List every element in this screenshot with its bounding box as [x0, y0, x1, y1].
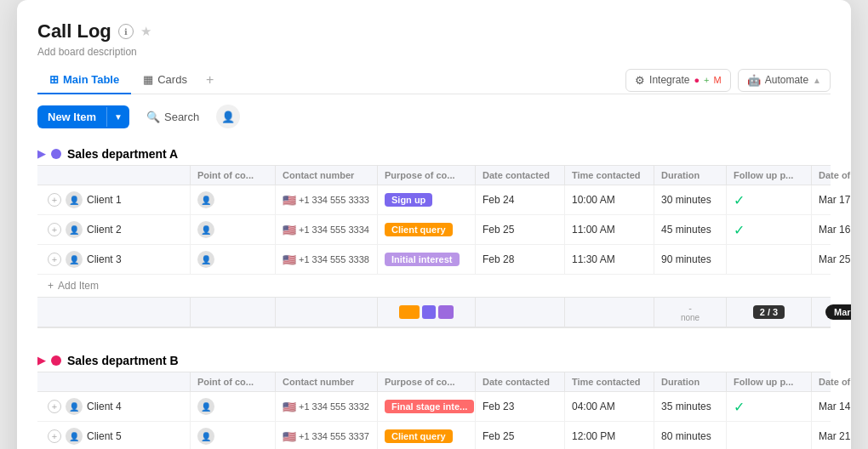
phone-number: +1 334 555 3332	[299, 401, 369, 412]
row-name-text: Client 2	[87, 224, 122, 236]
summary-a-count: 2 / 3	[753, 305, 785, 319]
col-duration: Duration	[654, 166, 727, 185]
row-name-text: Client 3	[87, 253, 122, 265]
cell-date-follow-up: Mar 17, 1...	[812, 185, 851, 214]
cell-time-contacted: 11:00 AM	[565, 215, 654, 244]
flag-icon: 🇺🇸	[283, 253, 296, 266]
cards-icon: ▦	[143, 73, 153, 86]
summary-a-date	[476, 298, 565, 327]
summary-a-date-range-badge: Mar 16 - 25	[825, 304, 851, 320]
cell-poc: 👤	[191, 422, 276, 449]
search-icon: 🔍	[146, 111, 160, 123]
summary-a-bars	[399, 305, 454, 319]
col-name	[37, 166, 191, 185]
row-avatar: 👤	[66, 398, 83, 415]
col-b-time: Time contacted	[565, 372, 654, 391]
purpose-badge: Sign up	[385, 193, 432, 207]
board-description[interactable]: Add board description	[37, 46, 831, 58]
add-tab-button[interactable]: +	[199, 66, 220, 94]
tab-right-actions: ⚙ Integrate ● + M 🤖 Automate ▲	[625, 69, 831, 92]
summary-a-followup: 2 / 3	[727, 298, 812, 327]
cell-contact: 🇺🇸+1 334 555 3337	[276, 422, 378, 449]
cell-date-contacted: Feb 23	[476, 392, 565, 421]
integrate-icon: ⚙	[635, 74, 645, 87]
col-purpose: Purpose of co...	[378, 166, 476, 185]
cell-name: + 👤 Client 5	[37, 422, 191, 449]
cell-purpose: Final stage inte...	[378, 392, 476, 421]
cell-date-follow-up: Mar 21	[812, 422, 851, 449]
group-a-title: Sales department A	[67, 147, 178, 161]
cell-contact: 🇺🇸+1 334 555 3334	[276, 215, 378, 244]
star-icon[interactable]: ★	[139, 24, 154, 39]
row-add-icon[interactable]: +	[48, 429, 61, 443]
tab-main-table[interactable]: ⊞ Main Table	[37, 67, 131, 94]
row-add-icon[interactable]: +	[48, 193, 61, 207]
cell-poc: 👤	[191, 215, 276, 244]
person-filter-icon[interactable]: 👤	[216, 105, 240, 128]
new-item-dropdown-arrow[interactable]: ▼	[106, 107, 129, 127]
cell-time-contacted: 04:00 AM	[565, 392, 654, 421]
col-date-contacted: Date contacted	[476, 166, 565, 185]
group-a-add-item[interactable]: + Add Item	[37, 275, 831, 297]
cell-follow-up	[727, 245, 812, 274]
row-add-icon[interactable]: +	[48, 223, 61, 236]
cell-purpose: Client query	[378, 422, 476, 449]
info-icon[interactable]: ℹ	[118, 24, 134, 39]
group-a-color-dot	[51, 149, 61, 159]
cell-follow-up: ✓	[727, 392, 812, 421]
group-a-toggle-icon: ▶	[37, 148, 45, 160]
row-add-icon[interactable]: +	[48, 253, 61, 266]
group-a-rows: + 👤 Client 1 👤🇺🇸+1 334 555 3333Sign upFe…	[37, 185, 831, 275]
add-icon-a: +	[48, 280, 54, 292]
cell-date-follow-up: Mar 16, 1...	[812, 215, 851, 244]
toolbar-row: New Item ▼ 🔍 Search 👤	[37, 105, 831, 128]
purpose-badge: Client query	[385, 429, 453, 443]
cell-purpose: Client query	[378, 215, 476, 244]
cell-purpose: Sign up	[378, 185, 476, 214]
new-item-button[interactable]: New Item ▼	[37, 105, 129, 128]
summary-a-poc	[191, 298, 276, 327]
cell-contact: 🇺🇸+1 334 555 3333	[276, 185, 378, 214]
automate-button[interactable]: 🤖 Automate ▲	[738, 69, 831, 92]
group-b-col-headers: Point of co... Contact number Purpose of…	[37, 372, 831, 392]
cell-poc: 👤	[191, 185, 276, 214]
page-title: Call Log	[37, 20, 111, 43]
col-time-contacted: Time contacted	[565, 166, 654, 185]
group-sales-b: ▶ Sales department B Point of co... Cont…	[37, 347, 831, 449]
row-name-text: Client 5	[87, 430, 122, 442]
phone-number: +1 334 555 3338	[299, 254, 369, 264]
col-contact-number: Contact number	[276, 166, 378, 185]
table-row: + 👤 Client 4 👤🇺🇸+1 334 555 3332Final sta…	[37, 392, 831, 422]
cell-poc: 👤	[191, 245, 276, 274]
cell-poc: 👤	[191, 392, 276, 421]
title-icons: ℹ ★	[118, 24, 154, 39]
main-window: Call Log ℹ ★ Add board description ⊞ Mai…	[17, 0, 851, 449]
automate-icon: 🤖	[747, 74, 761, 87]
integrate-button[interactable]: ⚙ Integrate ● + M	[625, 69, 731, 92]
col-point-of-contact: Point of co...	[191, 166, 276, 185]
cell-name: + 👤 Client 3	[37, 245, 191, 274]
summary-a-name	[37, 298, 191, 327]
poc-avatar: 👤	[197, 251, 214, 268]
table-row: + 👤 Client 3 👤🇺🇸+1 334 555 3338Initial i…	[37, 245, 831, 275]
col-b-duration: Duration	[654, 372, 727, 391]
row-add-icon[interactable]: +	[48, 400, 61, 413]
cell-date-contacted: Feb 24	[476, 185, 565, 214]
poc-avatar: 👤	[197, 398, 214, 415]
col-follow-up: Follow up p...	[727, 166, 812, 185]
tab-cards[interactable]: ▦ Cards	[131, 67, 199, 94]
search-button[interactable]: 🔍 Search	[138, 106, 208, 128]
group-a-header[interactable]: ▶ Sales department A	[37, 140, 831, 165]
group-b-header[interactable]: ▶ Sales department B	[37, 347, 831, 372]
summary-a-duration: - none	[654, 298, 727, 327]
bar-3	[438, 305, 454, 319]
col-b-date: Date contacted	[476, 372, 565, 391]
row-avatar: 👤	[66, 428, 83, 445]
check-icon: ✓	[734, 222, 745, 238]
cell-purpose: Initial interest	[378, 245, 476, 274]
cell-date-contacted: Feb 25	[476, 215, 565, 244]
integrate-icons: ●	[694, 75, 700, 85]
row-name-text: Client 4	[87, 401, 122, 412]
summary-a-daterange: Mar 16 - 25	[812, 298, 851, 327]
group-b-toggle-icon: ▶	[37, 355, 45, 367]
